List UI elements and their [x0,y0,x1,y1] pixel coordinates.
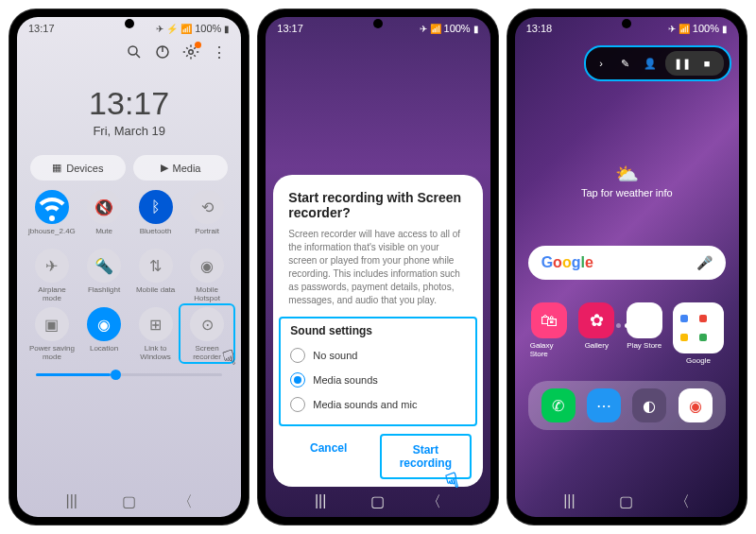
status-icons: ✈📶100%▮ [420,23,479,34]
mic-icon[interactable]: 🎤 [696,255,713,270]
camera-notch [622,19,631,28]
battery-icon: ▣ [35,307,69,341]
galaxy-store-icon: 🛍 [531,302,567,338]
radio-icon [290,397,305,412]
flashlight-icon: 🔦 [87,249,121,283]
internet-app[interactable]: ◐ [632,388,666,422]
search-icon[interactable] [126,43,143,60]
recording-toolbar: › ✎ 👤 ❚❚ ■ [584,45,731,81]
tile-airplane[interactable]: ✈Airplane mode [28,249,76,301]
weather-widget[interactable]: ⛅ Tap for weather info [515,163,739,198]
clock-date: Fri, March 19 [17,124,241,138]
data-icon: ⇅ [139,249,173,283]
gallery-icon: ✿ [578,302,614,338]
tile-rotation[interactable]: ⟲Portrait [184,190,231,243]
radio-media-and-mic[interactable]: Media sounds and mic [290,392,465,417]
svg-point-4 [189,50,194,55]
clock: 13:17 Fri, March 19 [17,85,241,138]
link-icon: ⊞ [139,307,173,341]
back-button[interactable]: 〈 [178,492,193,508]
tile-wifi[interactable]: jbhouse_2.4G [28,190,76,243]
record-icon: ⊙ [190,307,224,341]
status-time: 13:17 [277,23,303,34]
radio-media-sounds[interactable]: Media sounds [290,368,465,392]
back-button[interactable]: 〈 [426,492,441,508]
weather-label: Tap for weather info [515,187,739,198]
tile-mute[interactable]: 🔇Mute [81,190,128,243]
recents-button[interactable]: ||| [66,492,81,508]
status-icons: ✈📶100%▮ [668,23,728,34]
status-time: 13:17 [28,23,55,34]
camera-notch [125,19,134,28]
sound-settings-section: Sound settings No sound Media sounds Med… [279,317,476,426]
dialog-title: Start recording with Screen recorder? [288,190,467,220]
dock: ✆ ⋯ ◐ ◉ [528,381,726,430]
play-icon: ▶ [161,162,168,174]
phone-recorder-dialog: 13:17 ✈📶100%▮ Start recording with Scree… [258,9,497,525]
app-gallery[interactable]: ✿Gallery [577,302,615,365]
home-button[interactable]: ▢ [370,492,386,508]
google-search-bar[interactable]: Google 🎤 [528,246,726,280]
camera-notch [373,19,383,28]
tile-bluetooth[interactable]: ᛒBluetooth [132,190,179,243]
weather-icon: ⛅ [515,163,739,185]
pencil-icon[interactable]: ✎ [616,54,635,73]
home-button[interactable]: ▢ [122,492,137,508]
chevron-right-icon[interactable]: › [592,54,610,73]
status-time: 13:18 [526,23,553,34]
app-row: 🛍Galaxy Store ✿Gallery ▶Play Store Googl… [515,280,739,365]
dialog-body: Screen recorder will have access to all … [288,228,467,307]
nav-bar: ||| ▢ 〈 [515,483,739,517]
home-button[interactable]: ▢ [619,492,634,508]
back-button[interactable]: 〈 [675,492,690,508]
pause-button[interactable]: ❚❚ [673,54,692,73]
tile-powersaving[interactable]: ▣Power saving mode [28,307,76,360]
devices-button[interactable]: ▦Devices [30,155,126,181]
camera-app[interactable]: ◉ [679,388,713,422]
radio-no-sound[interactable]: No sound [290,343,465,368]
messages-app[interactable]: ⋯ [587,388,621,422]
tile-hotspot[interactable]: ◉Mobile Hotspot [184,249,231,301]
phone-home-recording: 13:18 ✈📶100%▮ › ✎ 👤 ❚❚ ■ ⛅ Tap for weath… [507,9,747,525]
qs-action-row: ⋮ [17,40,241,64]
google-folder-icon [673,302,724,353]
nav-bar: ||| ▢ 〈 [266,483,490,517]
tile-location[interactable]: ◉Location [81,307,128,360]
brightness-slider[interactable] [36,373,222,376]
recents-button[interactable]: ||| [563,492,578,508]
status-icons: ✈⚡📶100%▮ [156,23,230,34]
nav-bar: ||| ▢ 〈 [17,483,241,517]
start-recording-button[interactable]: Start recording ☟ [380,434,472,479]
page-indicator [515,323,739,328]
radio-icon [290,348,305,363]
wifi-icon [35,190,69,224]
app-galaxy-store[interactable]: 🛍Galaxy Store [530,302,568,365]
google-logo: Google [541,254,593,271]
svg-line-1 [137,54,141,58]
phone-app[interactable]: ✆ [541,388,576,422]
stop-button[interactable]: ■ [697,54,716,73]
portrait-icon: ⟲ [190,190,224,224]
gear-icon[interactable] [182,43,199,60]
recorder-dialog: Start recording with Screen recorder? Sc… [273,175,482,487]
location-icon: ◉ [87,307,121,341]
tile-screenrecorder[interactable]: ⊙Screen recorder ☟ [184,307,231,360]
power-icon[interactable] [154,43,171,60]
person-icon[interactable]: 👤 [641,54,660,73]
mute-icon: 🔇 [87,190,121,224]
section-heading: Sound settings [290,324,465,337]
app-google[interactable]: Google [673,302,724,365]
more-icon[interactable]: ⋮ [211,43,228,60]
phone-quick-settings: 13:17 ✈⚡📶100%▮ ⋮ 13:17 Fri, March 19 ▦De… [9,9,249,525]
tile-mobiledata[interactable]: ⇅Mobile data [132,249,179,301]
grid-icon: ▦ [52,162,61,174]
tile-flashlight[interactable]: 🔦Flashlight [81,249,128,301]
cancel-button[interactable]: Cancel [284,434,372,479]
play-store-icon: ▶ [627,302,662,338]
media-button[interactable]: ▶Media [133,155,229,181]
radio-icon-selected [290,372,305,388]
tile-linktowindows[interactable]: ⊞Link to Windows [132,307,179,360]
app-play-store[interactable]: ▶Play Store [626,302,663,365]
clock-time: 13:17 [17,85,241,122]
recents-button[interactable]: ||| [315,492,330,508]
